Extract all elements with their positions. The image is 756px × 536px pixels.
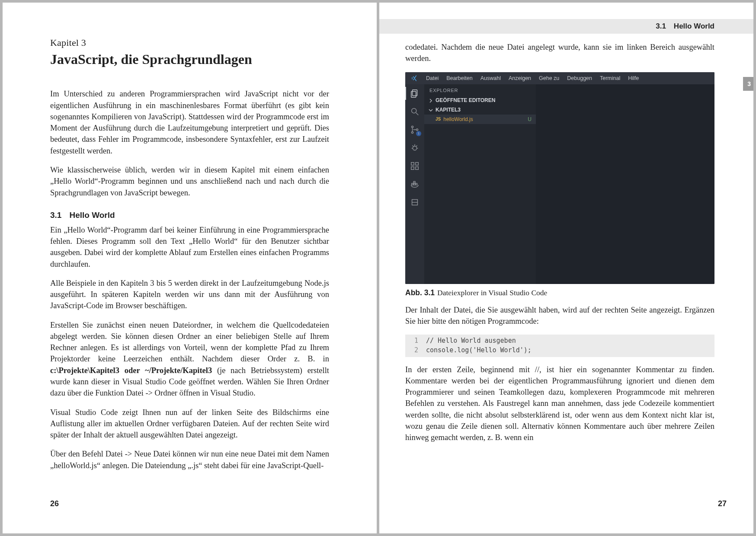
svg-rect-0 bbox=[413, 89, 417, 96]
text-run: Erstellen Sie zunächst einen neuen Datei… bbox=[50, 321, 329, 364]
svg-rect-13 bbox=[411, 162, 414, 165]
page-left: Kapitel 3 JavaScript, die Sprachgrundlag… bbox=[3, 3, 378, 533]
body-paragraph: Wie klassischerweise üblich, werden wir … bbox=[50, 164, 329, 198]
section-number: 3.1 bbox=[50, 211, 61, 220]
source-control-icon[interactable]: 1 bbox=[410, 125, 420, 134]
svg-rect-15 bbox=[416, 166, 418, 169]
scm-badge: 1 bbox=[416, 131, 421, 136]
chapter-title: JavaScript, die Sprachgrundlagen bbox=[50, 51, 329, 67]
page-number-left: 26 bbox=[50, 499, 59, 508]
svg-point-4 bbox=[411, 126, 413, 128]
explorer-file-row[interactable]: JS helloWorld.js U bbox=[424, 115, 536, 124]
vscode-explorer: EXPLORER GEÖFFNETE EDITOREN KAPITEL3 bbox=[424, 84, 536, 284]
code-text: // Hello World ausgeben bbox=[423, 336, 516, 346]
body-paragraph: Im Unterschied zu anderen Programmierspr… bbox=[50, 88, 329, 156]
thumb-index-tab: 3 bbox=[743, 77, 753, 91]
svg-point-2 bbox=[412, 108, 416, 113]
svg-rect-17 bbox=[412, 183, 413, 185]
search-icon[interactable] bbox=[410, 107, 420, 116]
vscode-screenshot: Datei Bearbeiten Auswahl Anzeigen Gehe z… bbox=[405, 72, 714, 284]
extensions-icon[interactable] bbox=[410, 161, 420, 171]
explorer-title: EXPLORER bbox=[424, 84, 536, 96]
open-editors-label: GEÖFFNETE EDITOREN bbox=[436, 97, 495, 103]
figure-caption: Abb. 3.1Dateiexplorer in Visual Studio C… bbox=[405, 288, 714, 297]
running-header: 3.1 Hello World bbox=[379, 19, 753, 34]
running-header-title: Hello World bbox=[674, 22, 714, 31]
svg-rect-16 bbox=[416, 162, 418, 165]
menu-item-help[interactable]: Hilfe bbox=[628, 75, 639, 81]
body-paragraph: Alle Beispiele in den Kapiteln 3 bis 5 w… bbox=[50, 278, 329, 312]
svg-line-11 bbox=[413, 145, 414, 147]
running-header-number: 3.1 bbox=[656, 22, 666, 31]
debug-icon[interactable] bbox=[410, 143, 420, 153]
body-paragraph: In der ersten Zeile, beginnend mit //, i… bbox=[405, 364, 714, 443]
docker-icon[interactable] bbox=[410, 179, 420, 189]
explorer-open-editors[interactable]: GEÖFFNETE EDITOREN bbox=[424, 96, 536, 105]
page-number-right: 27 bbox=[718, 499, 727, 508]
svg-rect-18 bbox=[413, 183, 415, 185]
inline-path: c:\Projekte\Kapitel3 oder ~/Projekte/Kap… bbox=[50, 366, 212, 375]
menu-item-select[interactable]: Auswahl bbox=[481, 75, 501, 81]
vscode-menu-bar: Datei Bearbeiten Auswahl Anzeigen Gehe z… bbox=[405, 72, 714, 84]
book-spread: Kapitel 3 JavaScript, die Sprachgrundlag… bbox=[0, 0, 756, 536]
vscode-body: 1 bbox=[405, 84, 714, 284]
page-right: 3.1 Hello World 3 codedatei. Nachdem die… bbox=[378, 3, 753, 533]
chapter-overline: Kapitel 3 bbox=[50, 37, 329, 48]
line-number: 1 bbox=[405, 336, 423, 346]
menu-item-file[interactable]: Datei bbox=[426, 75, 439, 81]
menu-item-goto[interactable]: Gehe zu bbox=[539, 75, 559, 81]
line-number: 2 bbox=[405, 346, 423, 355]
left-content: Kapitel 3 JavaScript, die Sprachgrundlag… bbox=[50, 37, 329, 479]
svg-line-12 bbox=[416, 145, 417, 147]
menu-item-edit[interactable]: Bearbeiten bbox=[446, 75, 472, 81]
svg-rect-19 bbox=[416, 183, 417, 185]
svg-point-7 bbox=[413, 146, 416, 150]
section-title: Hello World bbox=[69, 211, 115, 220]
file-git-status: U bbox=[528, 116, 532, 122]
code-text: console.log('Hello World'); bbox=[423, 346, 532, 355]
thumb-index-number: 3 bbox=[747, 80, 751, 87]
menu-item-view[interactable]: Anzeigen bbox=[509, 75, 531, 81]
body-paragraph: codedatei. Nachdem die neue Datei angele… bbox=[405, 41, 714, 64]
svg-point-6 bbox=[416, 129, 418, 131]
chevron-down-icon bbox=[429, 108, 433, 112]
code-block: 1 // Hello World ausgeben 2 console.log(… bbox=[405, 335, 714, 357]
js-file-icon: JS bbox=[436, 117, 441, 121]
body-paragraph: Der Inhalt der Datei, die Sie ausgewählt… bbox=[405, 304, 714, 327]
body-paragraph: Ein „Hello World“-Programm darf bei kein… bbox=[50, 224, 329, 270]
project-name: KAPITEL3 bbox=[436, 107, 461, 113]
chevron-right-icon bbox=[429, 98, 433, 102]
body-paragraph: Über den Befehl Datei -> Neue Datei könn… bbox=[50, 448, 329, 471]
svg-line-3 bbox=[416, 112, 419, 115]
explorer-project-root[interactable]: KAPITEL3 bbox=[424, 105, 536, 115]
vscode-editor-area bbox=[536, 84, 714, 284]
azure-icon[interactable] bbox=[410, 198, 420, 207]
body-paragraph: Erstellen Sie zunächst einen neuen Datei… bbox=[50, 319, 329, 399]
menu-item-debug[interactable]: Debuggen bbox=[567, 75, 592, 81]
file-name: helloWorld.js bbox=[443, 116, 473, 122]
code-line: 2 console.log('Hello World'); bbox=[405, 346, 714, 355]
files-icon[interactable] bbox=[410, 89, 420, 98]
svg-point-5 bbox=[411, 131, 413, 133]
svg-rect-20 bbox=[413, 181, 415, 183]
svg-rect-1 bbox=[411, 91, 416, 97]
code-line: 1 // Hello World ausgeben bbox=[405, 336, 714, 346]
vscode-logo-icon bbox=[411, 75, 418, 82]
menu-item-terminal[interactable]: Terminal bbox=[600, 75, 620, 81]
svg-rect-14 bbox=[411, 166, 414, 169]
figure-caption-text: Dateiexplorer in Visual Studio Code bbox=[437, 288, 547, 297]
section-heading: 3.1Hello World bbox=[50, 211, 329, 220]
figure-label: Abb. 3.1 bbox=[405, 288, 435, 297]
right-content: codedatei. Nachdem die neue Datei angele… bbox=[405, 41, 714, 451]
vscode-activity-bar: 1 bbox=[405, 84, 424, 284]
body-paragraph: Visual Studio Code zeigt Ihnen nun auf d… bbox=[50, 407, 329, 441]
